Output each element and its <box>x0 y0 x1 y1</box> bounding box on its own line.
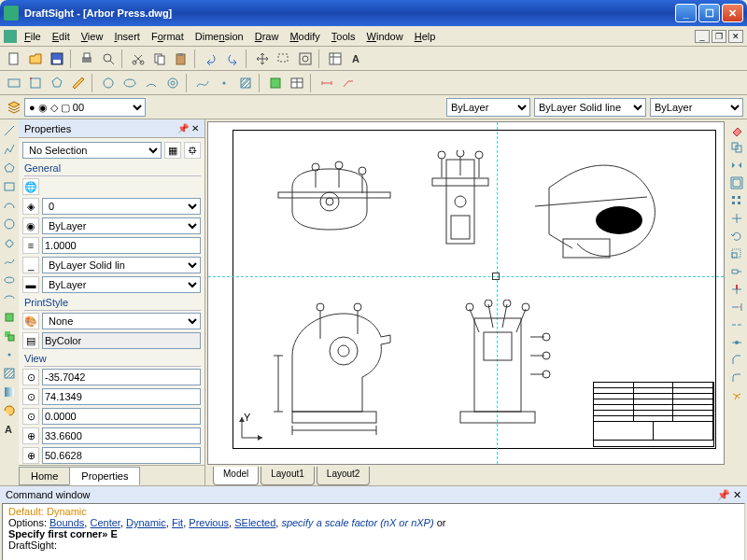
rect-tool-icon[interactable] <box>4 73 24 93</box>
paste-icon[interactable] <box>171 49 191 69</box>
menu-help[interactable]: Help <box>415 31 436 42</box>
point-icon[interactable] <box>214 73 234 93</box>
tab-layout2[interactable]: Layout2 <box>317 467 371 485</box>
menu-file[interactable]: File <box>24 31 41 42</box>
circle2-icon[interactable] <box>1 216 18 232</box>
offset-icon[interactable] <box>728 175 745 191</box>
tab-properties[interactable]: Properties <box>69 467 140 485</box>
prop-viewh[interactable] <box>42 447 201 464</box>
text-style-icon[interactable]: A <box>346 49 367 69</box>
new-icon[interactable] <box>4 49 24 69</box>
revision-cloud-icon[interactable] <box>1 234 18 251</box>
hatch-icon[interactable] <box>235 73 256 93</box>
redo-icon[interactable] <box>222 49 243 69</box>
prop-vieww[interactable] <box>42 427 201 444</box>
layer-manager-icon[interactable] <box>4 97 24 118</box>
linetype-combo[interactable]: ByLayer Solid line <box>534 98 646 117</box>
donut-icon[interactable] <box>162 73 183 93</box>
save-icon[interactable] <box>47 49 67 69</box>
explode-icon[interactable] <box>728 387 745 404</box>
cut-icon[interactable] <box>128 49 148 69</box>
preview-icon[interactable] <box>98 49 119 69</box>
open-icon[interactable] <box>25 49 46 69</box>
print-icon[interactable] <box>77 49 97 69</box>
chamfer-icon[interactable] <box>728 352 745 369</box>
select-similar-icon[interactable]: ▦ <box>164 142 181 159</box>
menu-window[interactable]: Window <box>367 31 403 42</box>
leader-icon[interactable] <box>338 73 359 93</box>
prop-layer[interactable]: 0 <box>42 198 201 215</box>
stretch-icon[interactable] <box>728 263 745 280</box>
spline-icon[interactable] <box>192 73 213 93</box>
undo-icon[interactable] <box>201 49 221 69</box>
zoom-extents-icon[interactable] <box>295 49 316 69</box>
rotate-icon[interactable] <box>728 228 745 245</box>
minimize-button[interactable]: _ <box>675 4 697 22</box>
block-icon[interactable] <box>265 73 286 93</box>
color-combo[interactable]: ByLayer <box>446 98 530 117</box>
lineweight-combo[interactable]: ByLayer <box>650 98 743 117</box>
prop-color[interactable]: ByLayer <box>42 217 201 234</box>
menu-draw[interactable]: Draw <box>255 31 279 42</box>
prop-viewx[interactable] <box>42 369 201 385</box>
tab-layout1[interactable]: Layout1 <box>261 467 315 485</box>
prop-viewz[interactable] <box>42 408 201 425</box>
ellipse-icon[interactable] <box>120 73 140 93</box>
command-body[interactable]: Default: Dynamic Options: Bounds, Center… <box>2 503 745 560</box>
line-icon[interactable] <box>1 122 18 139</box>
prop-printstyle[interactable]: None <box>42 313 201 329</box>
circle-icon[interactable] <box>98 73 119 93</box>
spline2-icon[interactable] <box>1 253 18 270</box>
drawing-canvas[interactable]: Y <box>207 121 725 465</box>
polyline-icon[interactable] <box>1 141 18 158</box>
point2-icon[interactable] <box>1 346 18 363</box>
fillet-icon[interactable] <box>728 370 745 386</box>
copy-icon[interactable] <box>149 49 170 69</box>
join-icon[interactable] <box>728 334 745 351</box>
insert-block-icon[interactable] <box>1 309 18 326</box>
array-icon[interactable] <box>728 192 745 209</box>
arc2-icon[interactable] <box>1 197 18 214</box>
mdi-minimize[interactable]: _ <box>695 30 710 43</box>
prop-linetype[interactable]: ByLayer Solid lin <box>42 257 201 273</box>
close-button[interactable]: ✕ <box>722 4 743 22</box>
mdi-close[interactable]: ✕ <box>728 30 743 43</box>
menu-edit[interactable]: Edit <box>52 31 70 42</box>
measure-icon[interactable] <box>68 73 89 93</box>
menu-dimension[interactable]: Dimension <box>195 31 244 42</box>
rect3p-icon[interactable] <box>25 73 46 93</box>
menu-tools[interactable]: Tools <box>331 31 356 42</box>
quickselect-icon[interactable]: ⯐ <box>184 142 201 159</box>
polygon-icon[interactable] <box>47 73 67 93</box>
extend-icon[interactable] <box>728 299 745 315</box>
table-icon[interactable] <box>287 73 307 93</box>
cmd-pin-icon[interactable]: 📌 ✕ <box>717 489 741 501</box>
prop-lineweight[interactable]: ByLayer <box>42 276 201 293</box>
mirror-icon[interactable] <box>728 157 745 174</box>
move-icon[interactable] <box>728 210 745 227</box>
menu-view[interactable]: View <box>81 31 104 42</box>
polygon2-icon[interactable] <box>1 160 18 176</box>
break-icon[interactable] <box>728 316 745 333</box>
menu-insert[interactable]: Insert <box>114 31 140 42</box>
gradient-icon[interactable] <box>1 384 18 400</box>
copy2-icon[interactable] <box>728 139 745 156</box>
menu-format[interactable]: Format <box>151 31 184 42</box>
prop-printmode[interactable] <box>42 332 201 349</box>
prop-viewy[interactable] <box>42 388 201 405</box>
scale2-icon[interactable] <box>728 245 745 262</box>
prop-scale[interactable] <box>42 237 201 254</box>
rect2-icon[interactable] <box>1 178 18 195</box>
zoom-window-icon[interactable] <box>274 49 294 69</box>
selection-combo[interactable]: No Selection <box>22 142 162 159</box>
ellipse2-icon[interactable] <box>1 272 18 288</box>
erase-icon[interactable] <box>728 121 745 138</box>
properties-icon[interactable] <box>325 49 345 69</box>
current-layer-combo[interactable]: ● ◉ ◇ ▢ 00 <box>24 98 146 117</box>
menu-modify[interactable]: Modify <box>289 31 319 42</box>
pan-icon[interactable] <box>252 49 273 69</box>
mdi-restore[interactable]: ❐ <box>712 30 726 43</box>
mtext-icon[interactable]: A <box>1 421 18 438</box>
tab-model[interactable]: Model <box>213 467 259 485</box>
make-block-icon[interactable] <box>1 328 18 344</box>
